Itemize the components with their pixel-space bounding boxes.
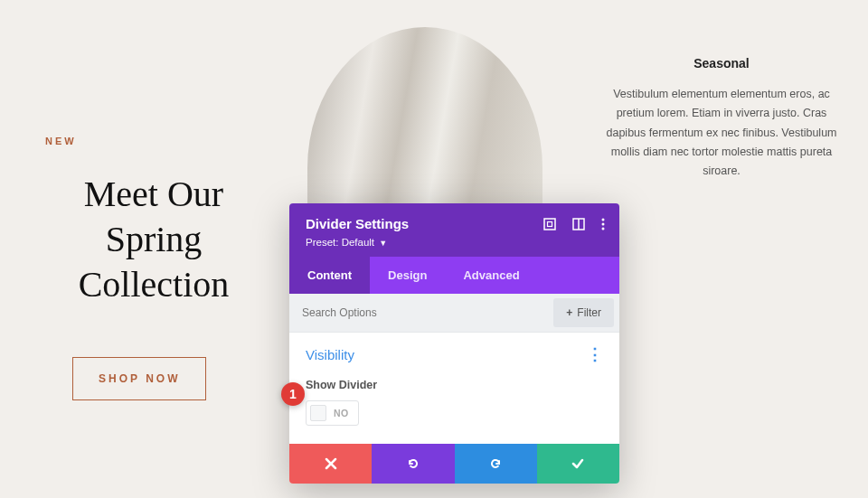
svg-point-6 <box>602 227 605 230</box>
panel-tabs: Content Design Advanced <box>289 257 619 294</box>
undo-button[interactable] <box>372 444 454 484</box>
chevron-down-icon: ▼ <box>379 239 387 248</box>
undo-icon <box>406 456 420 471</box>
svg-rect-0 <box>544 219 555 230</box>
hero-block: NEW Meet Our Spring Collection SHOP NOW <box>45 136 262 400</box>
shop-now-button[interactable]: SHOP NOW <box>72 357 206 400</box>
divider-settings-panel: Divider Settings Preset: Default ▼ Conte… <box>289 203 619 484</box>
redo-icon <box>488 456 503 471</box>
hero-eyebrow: NEW <box>45 136 262 146</box>
plus-icon: + <box>566 306 572 319</box>
hero-headline: Meet Our Spring Collection <box>45 172 262 307</box>
filter-button[interactable]: + Filter <box>553 298 614 327</box>
show-divider-toggle[interactable]: NO <box>306 400 359 426</box>
tab-design[interactable]: Design <box>370 257 445 294</box>
svg-point-4 <box>602 218 605 221</box>
redo-button[interactable] <box>455 444 537 484</box>
more-options-icon[interactable] <box>601 218 605 230</box>
feature-body: Vestibulum elementum elementum eros, ac … <box>604 85 839 181</box>
show-divider-label: Show Divider <box>306 379 603 391</box>
visibility-section-title[interactable]: Visibility <box>306 347 354 362</box>
feature-copy: Seasonal Vestibulum elementum elementum … <box>604 56 839 181</box>
preset-selector[interactable]: Preset: Default ▼ <box>306 237 605 248</box>
toggle-state-text: NO <box>334 408 349 418</box>
search-options-input[interactable] <box>289 296 548 330</box>
cancel-button[interactable] <box>289 444 372 484</box>
preset-label: Preset: Default <box>306 237 374 248</box>
tab-advanced[interactable]: Advanced <box>445 257 537 294</box>
panel-search-bar: + Filter <box>289 294 619 333</box>
section-more-icon[interactable]: ⋮ <box>587 351 603 359</box>
close-icon <box>325 457 337 470</box>
toggle-knob <box>310 405 326 421</box>
expand-icon[interactable] <box>543 218 556 230</box>
confirm-button[interactable] <box>537 444 619 484</box>
panel-title: Divider Settings <box>306 216 409 231</box>
annotation-step-1: 1 <box>281 382 305 406</box>
headline-line-2: Spring <box>106 219 203 259</box>
svg-point-5 <box>602 222 605 225</box>
panel-header[interactable]: Divider Settings Preset: Default ▼ <box>289 203 619 257</box>
filter-label: Filter <box>577 306 601 319</box>
panel-footer <box>289 444 619 484</box>
svg-rect-1 <box>548 221 552 226</box>
headline-line-3: Collection <box>79 264 230 305</box>
tab-content[interactable]: Content <box>289 257 370 294</box>
panel-body: Visibility ⋮ Show Divider NO <box>289 333 619 444</box>
feature-title: Seasonal <box>604 56 839 70</box>
headline-line-1: Meet Our <box>84 174 223 214</box>
snap-icon[interactable] <box>572 218 585 230</box>
check-icon <box>571 456 585 471</box>
